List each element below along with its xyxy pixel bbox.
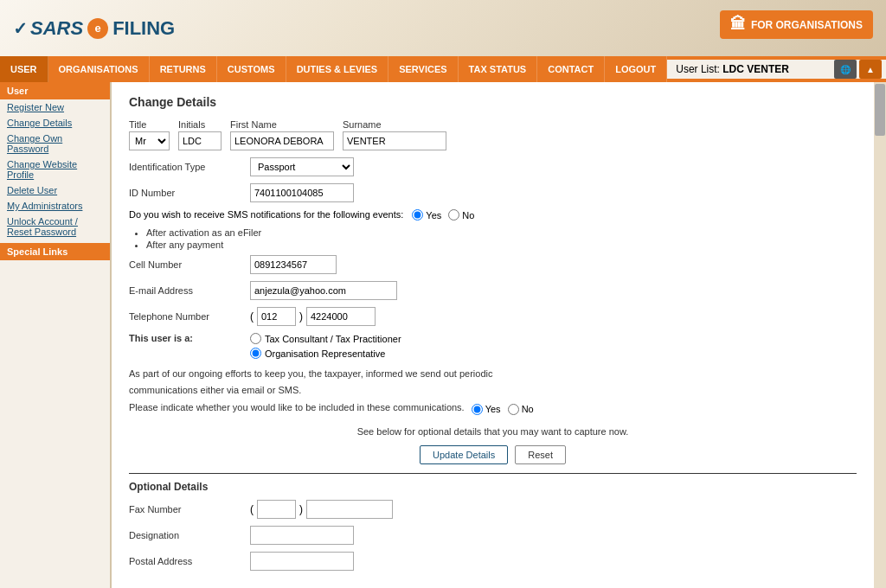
postal-label: Postal Address bbox=[129, 556, 241, 566]
action-section: See below for optional details that you … bbox=[129, 426, 857, 464]
nav-contact[interactable]: CONTACT bbox=[537, 56, 605, 82]
user-type-label: This user is a: bbox=[129, 333, 241, 343]
tel-area-input[interactable] bbox=[257, 307, 296, 326]
efiling-text: FILING bbox=[112, 17, 175, 40]
user-type-option1-text: Tax Consultant / Tax Practitioner bbox=[265, 334, 401, 344]
comms-no-text: No bbox=[522, 404, 534, 414]
button-row: Update Details Reset bbox=[129, 445, 857, 464]
comms-text1: As part of our ongoing efforts to keep y… bbox=[129, 368, 857, 380]
id-type-select[interactable]: Passport ID Number Other bbox=[250, 157, 354, 176]
first-name-input[interactable] bbox=[230, 131, 334, 150]
sms-no-text: No bbox=[462, 210, 474, 220]
user-type-option2-label[interactable]: Organisation Representative bbox=[250, 348, 401, 359]
user-list-name: LDC VENTER bbox=[722, 63, 789, 75]
tel-label: Telephone Number bbox=[129, 311, 241, 322]
header-icon-group: 🌐 ▲ bbox=[834, 60, 886, 79]
nav-customs[interactable]: CUSTOMS bbox=[217, 56, 286, 82]
comms-no-radio[interactable] bbox=[508, 404, 519, 415]
user-list-area: User List: LDC VENTER 🌐 ▲ bbox=[667, 60, 886, 79]
user-type-row: This user is a: Tax Consultant / Tax Pra… bbox=[129, 333, 857, 359]
sidebar-section-user: User bbox=[0, 82, 110, 99]
comms-question-row: Please indicate whether you would like t… bbox=[129, 401, 857, 418]
nav-logout[interactable]: LOGOUT bbox=[605, 56, 667, 82]
fax-row: Fax Number ( ) bbox=[129, 500, 857, 519]
id-type-row: Identification Type Passport ID Number O… bbox=[129, 157, 857, 176]
org-label: FOR ORGANISATIONS bbox=[751, 19, 863, 31]
scrollbar-track[interactable] bbox=[874, 82, 886, 588]
sms-yes-radio[interactable] bbox=[412, 209, 423, 220]
sidebar-item-change-own-password[interactable]: Change Own Password bbox=[0, 131, 110, 157]
nav-returns[interactable]: RETURNS bbox=[150, 56, 217, 82]
globe-icon[interactable]: 🌐 bbox=[834, 60, 857, 79]
email-label: E-mail Address bbox=[129, 285, 241, 296]
main-layout: User Register New Change Details Change … bbox=[0, 82, 886, 588]
sms-no-label[interactable]: No bbox=[448, 209, 474, 220]
sms-bullet-2: After any payment bbox=[146, 240, 857, 250]
navbar: USER ORGANISATIONS RETURNS CUSTOMS DUTIE… bbox=[0, 56, 886, 82]
sms-no-radio[interactable] bbox=[448, 209, 459, 220]
surname-input[interactable] bbox=[343, 131, 446, 150]
postal-input[interactable] bbox=[250, 552, 354, 571]
phone-row: ( ) bbox=[250, 307, 376, 326]
logo: ✓ SARS e FILING bbox=[13, 17, 175, 40]
fax-label: Fax Number bbox=[129, 504, 241, 514]
comms-yes-radio[interactable] bbox=[472, 404, 483, 415]
sidebar-item-unlock-reset[interactable]: Unlock Account / Reset Password bbox=[0, 214, 110, 240]
sms-question: Do you wish to receive SMS notifications… bbox=[129, 209, 403, 220]
email-input[interactable] bbox=[250, 281, 397, 300]
title-label: Title bbox=[129, 119, 170, 130]
postal-row: Postal Address bbox=[129, 552, 857, 571]
user-type-option2-radio[interactable] bbox=[250, 348, 261, 359]
sidebar-item-my-administrators[interactable]: My Administrators bbox=[0, 198, 110, 214]
scrollbar-thumb[interactable] bbox=[875, 84, 885, 136]
cell-input[interactable] bbox=[250, 255, 337, 274]
sars-check-icon: ✓ bbox=[13, 18, 28, 39]
up-icon[interactable]: ▲ bbox=[859, 60, 882, 79]
comms-question-text: Please indicate whether you would like t… bbox=[129, 401, 465, 414]
tel-number-input[interactable] bbox=[306, 307, 376, 326]
fax-area-input[interactable] bbox=[257, 500, 296, 519]
update-details-button[interactable]: Update Details bbox=[420, 445, 508, 464]
id-number-input[interactable] bbox=[250, 183, 354, 202]
title-group: Title Mr Mrs Ms Dr Prof bbox=[129, 119, 170, 150]
comms-no-label[interactable]: No bbox=[508, 404, 534, 415]
id-number-label: ID Number bbox=[129, 188, 241, 198]
name-row: Title Mr Mrs Ms Dr Prof Initials First N… bbox=[129, 119, 857, 150]
user-type-option1-radio[interactable] bbox=[250, 333, 261, 344]
reset-button[interactable]: Reset bbox=[515, 445, 566, 464]
first-name-group: First Name bbox=[230, 119, 334, 150]
sidebar-item-register-new[interactable]: Register New bbox=[0, 99, 110, 115]
sms-bullet-list: After activation as an eFiler After any … bbox=[146, 227, 857, 250]
sidebar-item-change-website-profile[interactable]: Change Website Profile bbox=[0, 157, 110, 182]
nav-tax-status[interactable]: TAX STATUS bbox=[459, 56, 538, 82]
cell-label: Cell Number bbox=[129, 259, 241, 270]
comms-yes-label[interactable]: Yes bbox=[472, 404, 501, 415]
first-name-label: First Name bbox=[230, 119, 334, 130]
designation-input[interactable] bbox=[250, 526, 354, 545]
initials-input[interactable] bbox=[178, 131, 222, 150]
user-list-label: User List: bbox=[676, 63, 720, 75]
nav-organisations[interactable]: ORGANISATIONS bbox=[48, 56, 150, 82]
sms-row: Do you wish to receive SMS notifications… bbox=[129, 209, 857, 220]
nav-duties-levies[interactable]: DUTIES & LEVIES bbox=[286, 56, 389, 82]
fax-phone-row: ( ) bbox=[250, 500, 393, 519]
fax-number-input[interactable] bbox=[306, 500, 393, 519]
hint-text: See below for optional details that you … bbox=[129, 426, 857, 437]
fax-close-paren: ) bbox=[299, 503, 303, 515]
title-select[interactable]: Mr Mrs Ms Dr Prof bbox=[129, 131, 170, 150]
comms-text2: communications either via email or SMS. bbox=[129, 384, 857, 397]
nav-services[interactable]: SERVICES bbox=[388, 56, 458, 82]
tel-row: Telephone Number ( ) bbox=[129, 307, 857, 326]
sms-yes-text: Yes bbox=[426, 210, 441, 220]
id-number-row: ID Number bbox=[129, 183, 857, 202]
designation-row: Designation bbox=[129, 526, 857, 545]
sidebar-item-change-details[interactable]: Change Details bbox=[0, 115, 110, 131]
user-type-option2-text: Organisation Representative bbox=[265, 348, 385, 359]
sidebar-item-delete-user[interactable]: Delete User bbox=[0, 182, 110, 198]
fax-open-paren: ( bbox=[250, 503, 254, 515]
sms-yes-label[interactable]: Yes bbox=[412, 209, 441, 220]
nav-user[interactable]: USER bbox=[0, 56, 48, 82]
user-type-option1-label[interactable]: Tax Consultant / Tax Practitioner bbox=[250, 333, 401, 344]
building-icon: 🏛 bbox=[730, 16, 746, 34]
surname-label: Surname bbox=[343, 119, 446, 130]
